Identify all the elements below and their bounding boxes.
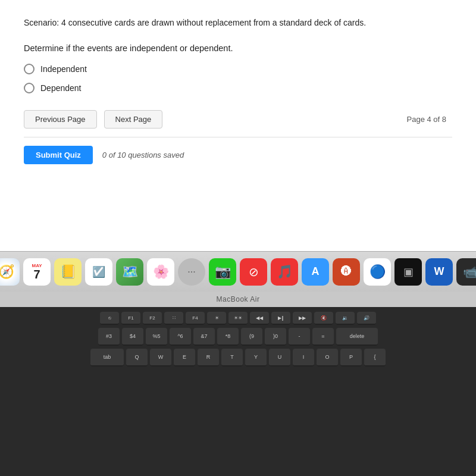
option-independent-label: Independent [40, 64, 87, 74]
key-f12[interactable]: 🔊 [357, 312, 376, 325]
key-i[interactable]: I [293, 349, 314, 367]
radio-dependent[interactable] [24, 83, 35, 93]
dock-safari[interactable]: 🧭 [0, 258, 20, 286]
key-delete[interactable]: delete [336, 328, 378, 346]
key-9[interactable]: (9 [241, 328, 262, 346]
scenario-text: Scenario: 4 consecutive cards are drawn … [24, 17, 452, 29]
key-o[interactable]: O [317, 349, 338, 367]
key-t[interactable]: T [221, 349, 243, 367]
key-bracket[interactable]: { [364, 349, 386, 367]
dock-maps[interactable]: 🗺️ [116, 258, 143, 286]
key-f5[interactable]: ☀ [207, 312, 226, 325]
key-esc[interactable]: ⎋ [100, 312, 119, 325]
key-5[interactable]: %5 [146, 328, 167, 346]
key-f3[interactable]: ∷ [164, 312, 183, 325]
key-0[interactable]: )0 [265, 328, 286, 346]
key-equal[interactable]: = [312, 328, 334, 346]
key-f1[interactable]: F1 [121, 312, 140, 325]
option-dependent-label: Dependent [40, 83, 82, 93]
key-u[interactable]: U [269, 349, 290, 367]
key-minus[interactable]: - [289, 328, 310, 346]
page-indicator: Page 4 of 8 [407, 115, 453, 124]
saved-status: 0 of 10 questions saved [102, 151, 184, 159]
key-e[interactable]: E [174, 349, 195, 367]
dock-notes[interactable]: 📒 [54, 258, 82, 286]
keyboard-letter-row: tab Q W E R T Y U I O P { [90, 349, 386, 367]
dock-photos[interactable]: 🌸 [147, 258, 174, 286]
key-7[interactable]: &7 [193, 328, 215, 346]
key-f6[interactable]: ☀☀ [228, 312, 248, 325]
submit-row: Submit Quiz 0 of 10 questions saved [24, 146, 452, 164]
radio-independent[interactable] [24, 64, 35, 74]
dock-camera[interactable]: 📹 [456, 258, 476, 286]
dock-screen[interactable]: ▣ [394, 258, 422, 286]
key-w[interactable]: W [150, 349, 171, 367]
key-6[interactable]: ^6 [170, 328, 191, 346]
macbook-label: MacBook Air [0, 292, 476, 307]
key-f2[interactable]: F2 [143, 312, 162, 325]
key-f4[interactable]: F4 [186, 312, 205, 325]
key-f7[interactable]: ◀◀ [250, 312, 269, 325]
previous-page-button[interactable]: Previous Page [24, 110, 97, 129]
dock-music[interactable]: 🎵 [271, 258, 298, 286]
dock-appstore[interactable]: A [302, 258, 329, 286]
key-q[interactable]: Q [126, 349, 148, 367]
keyboard-area: ⎋ F1 F2 ∷ F4 ☀ ☀☀ ◀◀ ▶‖ ▶▶ 🔇 🔉 🔊 #3 $4 %… [0, 307, 476, 476]
dock-facetime[interactable]: 📷 [209, 258, 236, 286]
submit-quiz-button[interactable]: Submit Quiz [24, 146, 93, 164]
key-8[interactable]: *8 [217, 328, 239, 346]
option-dependent[interactable]: Dependent [24, 83, 452, 93]
keyboard-fn-row: ⎋ F1 F2 ∷ F4 ☀ ☀☀ ◀◀ ▶‖ ▶▶ 🔇 🔉 🔊 [100, 312, 376, 325]
key-4[interactable]: $4 [122, 328, 143, 346]
calendar-day: 7 [33, 268, 40, 280]
key-f9[interactable]: ▶▶ [293, 312, 312, 325]
navigation-row: Previous Page Next Page Page 4 of 8 [24, 110, 452, 129]
question-text: Determine if the events are independent … [24, 43, 452, 53]
next-page-button[interactable]: Next Page [104, 110, 163, 129]
dock-appx[interactable]: 🅐 [333, 258, 360, 286]
laptop-screen: Scenario: 4 consecutive cards are drawn … [0, 0, 476, 292]
key-f11[interactable]: 🔉 [336, 312, 355, 325]
option-independent[interactable]: Independent [24, 64, 452, 74]
dock-dnc[interactable]: ⊘ [240, 258, 267, 286]
key-r[interactable]: R [198, 349, 219, 367]
key-y[interactable]: Y [245, 349, 267, 367]
dock-reminders[interactable]: ☑️ [85, 258, 112, 286]
key-tab[interactable]: tab [90, 349, 124, 367]
key-f10[interactable]: 🔇 [314, 312, 333, 325]
dock-more[interactable]: ··· [178, 258, 205, 286]
key-p[interactable]: P [340, 349, 362, 367]
key-f8[interactable]: ▶‖ [271, 312, 290, 325]
divider [24, 137, 452, 137]
key-3[interactable]: #3 [98, 328, 120, 346]
dock: 🧭 MAY 7 📒 ☑️ 🗺️ 🌸 ··· 📷 ⊘ 🎵 A 🅐 🔵 ▣ W 📹 [0, 251, 476, 292]
dock-calendar[interactable]: MAY 7 [23, 258, 51, 286]
quiz-content-area: Scenario: 4 consecutive cards are drawn … [0, 0, 476, 251]
dock-word[interactable]: W [425, 258, 453, 286]
dock-chrome[interactable]: 🔵 [364, 258, 391, 286]
keyboard-number-row: #3 $4 %5 ^6 &7 *8 (9 )0 - = delete [98, 328, 378, 346]
